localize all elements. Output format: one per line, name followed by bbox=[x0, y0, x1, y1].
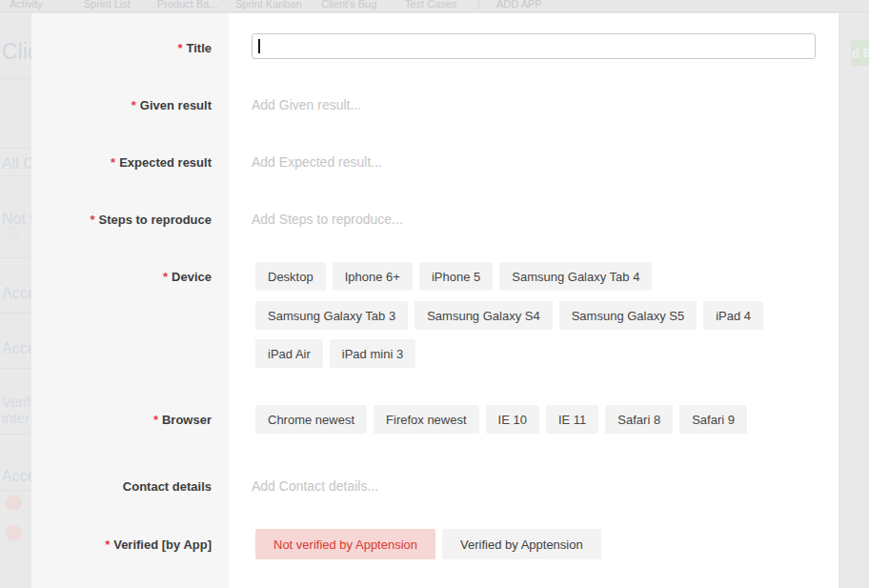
add-bug-label: d Bug bbox=[852, 46, 869, 60]
status-dot-icon bbox=[6, 495, 22, 511]
verified-option-not-verified[interactable]: Not verified by Apptension bbox=[255, 529, 435, 559]
required-asterisk: * bbox=[177, 41, 182, 55]
divider bbox=[0, 148, 31, 149]
steps-to-reproduce-input[interactable]: Add Steps to reproduce... bbox=[252, 212, 403, 227]
required-asterisk: * bbox=[105, 537, 110, 552]
device-option-samsung-galaxy-tab-4[interactable]: Samsung Galaxy Tab 4 bbox=[499, 262, 652, 291]
label-text: Title bbox=[187, 41, 212, 55]
nav-item-sprint-kanban: Sprint Kanban bbox=[235, 0, 302, 10]
device-option-desktop[interactable]: Desktop bbox=[255, 262, 326, 291]
device-options-row-3: iPad Air iPad mini 3 bbox=[255, 339, 415, 368]
browser-option-safari-8[interactable]: Safari 8 bbox=[605, 405, 673, 434]
browser-option-ie-11[interactable]: IE 11 bbox=[546, 405, 598, 434]
nav-item-test-cases: Test Cases bbox=[405, 0, 456, 10]
browser-label: *Browser bbox=[31, 413, 212, 427]
expected-result-input[interactable]: Add Expected result... bbox=[252, 154, 382, 170]
device-option-ipad-4[interactable]: iPad 4 bbox=[703, 301, 763, 330]
verified-label: *Verified [by App] bbox=[31, 537, 212, 552]
divider bbox=[0, 257, 31, 258]
nav-divider bbox=[478, 0, 479, 10]
sidebar-fragment: All C bbox=[2, 155, 34, 172]
required-asterisk: * bbox=[163, 270, 168, 284]
divider bbox=[0, 368, 31, 369]
nav-item-sprint-list: Sprint List bbox=[84, 0, 131, 10]
device-option-iphone-6plus[interactable]: Iphone 6+ bbox=[333, 262, 413, 291]
device-options-row-1: Desktop Iphone 6+ iPhone 5 Samsung Galax… bbox=[255, 262, 652, 291]
top-nav: Activity Sprint List Product Ba... Sprin… bbox=[0, 0, 869, 12]
title-label: *Title bbox=[31, 41, 212, 55]
required-asterisk: * bbox=[90, 213, 94, 227]
browser-option-ie-10[interactable]: IE 10 bbox=[486, 405, 539, 434]
browser-options-row: Chrome newest Firefox newest IE 10 IE 11… bbox=[255, 405, 747, 434]
label-text: Steps to reproduce bbox=[99, 213, 212, 227]
device-options-row-2: Samsung Galaxy Tab 3 Samsung Galaxy S4 S… bbox=[255, 301, 763, 330]
required-asterisk: * bbox=[153, 413, 158, 427]
divider bbox=[0, 78, 31, 79]
device-label: *Device bbox=[31, 270, 212, 284]
title-input[interactable] bbox=[252, 33, 816, 59]
browser-option-firefox-newest[interactable]: Firefox newest bbox=[374, 405, 479, 434]
nav-item-activity: Activity bbox=[10, 0, 43, 10]
radio-icon bbox=[7, 227, 19, 239]
nav-item-clients-bug: Client's Bug bbox=[321, 0, 376, 10]
browser-option-safari-9[interactable]: Safari 9 bbox=[679, 405, 747, 434]
text-caret bbox=[258, 39, 260, 53]
divider bbox=[0, 313, 31, 314]
label-text: Given result bbox=[140, 98, 212, 112]
divider bbox=[0, 490, 31, 491]
device-option-samsung-galaxy-s5[interactable]: Samsung Galaxy S5 bbox=[559, 301, 697, 330]
bug-report-form-modal: *Title *Given result Add Given result...… bbox=[31, 13, 839, 588]
divider bbox=[0, 175, 31, 176]
expected-result-label: *Expected result bbox=[31, 155, 212, 170]
add-bug-button: d Bug bbox=[851, 40, 869, 66]
nav-item-product-backlog: Product Ba... bbox=[157, 0, 218, 10]
browser-option-chrome-newest[interactable]: Chrome newest bbox=[255, 405, 367, 434]
device-option-samsung-galaxy-s4[interactable]: Samsung Galaxy S4 bbox=[414, 301, 553, 330]
device-option-ipad-mini-3[interactable]: iPad mini 3 bbox=[330, 339, 415, 368]
label-text: Device bbox=[172, 270, 212, 284]
contact-details-label: Contact details bbox=[31, 479, 212, 494]
label-text: Verified [by App] bbox=[113, 537, 212, 552]
steps-to-reproduce-label: *Steps to reproduce bbox=[31, 213, 212, 227]
status-dot-icon bbox=[6, 525, 22, 541]
verified-option-verified[interactable]: Verified by Apptension bbox=[442, 529, 601, 559]
required-asterisk: * bbox=[131, 98, 136, 112]
contact-details-input[interactable]: Add Contact details... bbox=[252, 478, 378, 494]
device-option-ipad-air[interactable]: iPad Air bbox=[255, 339, 323, 368]
sidebar-fragment: inter bbox=[2, 410, 30, 426]
label-text: Expected result bbox=[119, 155, 212, 170]
given-result-label: *Given result bbox=[31, 98, 212, 112]
label-text: Contact details bbox=[123, 479, 212, 494]
required-asterisk: * bbox=[111, 155, 115, 170]
label-text: Browser bbox=[162, 413, 212, 427]
nav-item-add-app: ADD APP bbox=[496, 0, 542, 10]
device-option-iphone-5[interactable]: iPhone 5 bbox=[419, 262, 493, 291]
device-option-samsung-galaxy-tab-3[interactable]: Samsung Galaxy Tab 3 bbox=[255, 301, 408, 330]
verified-options-row: Not verified by Apptension Verified by A… bbox=[255, 529, 601, 559]
given-result-input[interactable]: Add Given result... bbox=[252, 97, 361, 112]
divider bbox=[0, 434, 31, 435]
sidebar-fragment: Verifi bbox=[2, 394, 33, 410]
